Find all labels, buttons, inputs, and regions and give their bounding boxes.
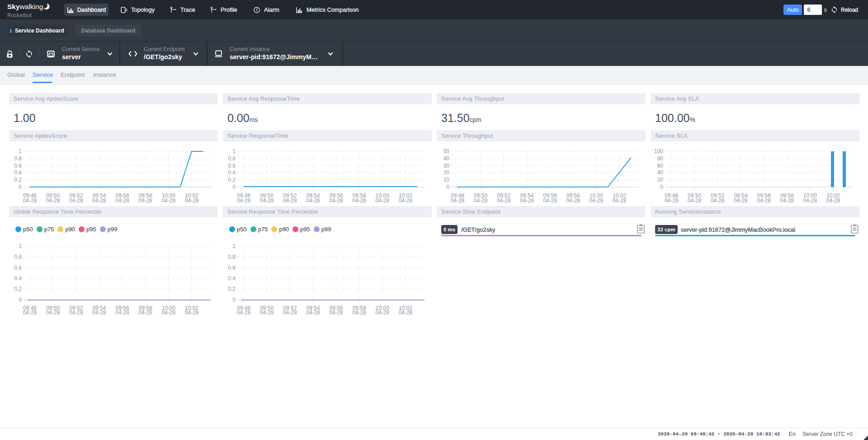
svg-text:04-28: 04-28 (161, 309, 175, 316)
svg-text:0.2: 0.2 (14, 177, 22, 183)
svg-text:04-28: 04-28 (69, 197, 83, 203)
svg-text:04-28: 04-28 (69, 309, 83, 316)
svg-text:04-28: 04-28 (161, 197, 175, 203)
svg-text:0.4: 0.4 (14, 169, 22, 176)
svg-text:04-28: 04-28 (23, 309, 37, 316)
svg-text:04-28: 04-28 (237, 309, 251, 316)
svg-text:04-28: 04-28 (283, 309, 297, 316)
svg-text:04-28: 04-28 (329, 309, 343, 316)
svg-text:60: 60 (657, 163, 664, 169)
svg-text:04-28: 04-28 (474, 197, 488, 203)
svg-text:0.8: 0.8 (14, 254, 22, 260)
svg-text:0.4: 0.4 (228, 169, 236, 176)
svg-text:0.2: 0.2 (228, 177, 236, 183)
svg-text:20: 20 (657, 177, 664, 183)
svg-text:0.6: 0.6 (228, 265, 236, 271)
svg-text:0.8: 0.8 (228, 254, 236, 260)
svg-text:04-28: 04-28 (23, 197, 37, 203)
svg-text:1: 1 (19, 148, 22, 154)
svg-text:0: 0 (19, 297, 22, 303)
svg-text:04-28: 04-28 (237, 197, 251, 203)
svg-text:04-28: 04-28 (138, 309, 152, 316)
svg-text:0.4: 0.4 (228, 275, 236, 281)
svg-text:04-28: 04-28 (306, 197, 320, 203)
svg-text:04-28: 04-28 (826, 197, 840, 203)
svg-text:40: 40 (443, 155, 450, 162)
svg-text:1: 1 (19, 243, 22, 249)
svg-text:04-28: 04-28 (352, 309, 366, 316)
svg-text:0.2: 0.2 (14, 286, 22, 292)
svg-text:0: 0 (232, 184, 236, 190)
svg-text:1: 1 (232, 148, 236, 154)
svg-text:04-28: 04-28 (115, 309, 129, 316)
svg-text:04-28: 04-28 (46, 197, 60, 203)
svg-text:04-28: 04-28 (734, 197, 748, 203)
svg-text:04-28: 04-28 (115, 197, 129, 203)
svg-text:04-28: 04-28 (589, 197, 603, 203)
svg-text:04-28: 04-28 (665, 197, 679, 203)
svg-text:20: 20 (443, 169, 450, 176)
svg-text:04-28: 04-28 (399, 309, 413, 316)
svg-text:04-28: 04-28 (375, 197, 389, 203)
svg-text:0.2: 0.2 (228, 286, 236, 292)
svg-text:0: 0 (19, 184, 22, 190)
svg-text:04-28: 04-28 (757, 197, 771, 203)
svg-text:04-28: 04-28 (185, 309, 199, 316)
svg-text:04-28: 04-28 (520, 197, 534, 203)
svg-text:04-28: 04-28 (46, 309, 60, 316)
svg-text:0.4: 0.4 (14, 275, 22, 281)
svg-text:04-28: 04-28 (185, 197, 199, 203)
svg-text:0: 0 (446, 184, 449, 190)
svg-text:04-28: 04-28 (399, 197, 413, 203)
svg-text:04-28: 04-28 (283, 197, 297, 203)
svg-text:04-28: 04-28 (260, 309, 274, 316)
svg-text:0.6: 0.6 (228, 163, 236, 169)
svg-text:40: 40 (657, 169, 664, 176)
svg-text:04-28: 04-28 (497, 197, 511, 203)
svg-text:100: 100 (654, 148, 663, 154)
svg-text:1: 1 (232, 243, 236, 249)
svg-text:0: 0 (232, 297, 236, 303)
svg-text:0.8: 0.8 (14, 155, 22, 162)
svg-text:0.6: 0.6 (14, 163, 22, 169)
svg-text:04-28: 04-28 (92, 197, 106, 203)
svg-text:04-28: 04-28 (375, 309, 389, 316)
svg-text:04-28: 04-28 (306, 309, 320, 316)
svg-text:04-28: 04-28 (352, 197, 366, 203)
svg-text:04-28: 04-28 (711, 197, 725, 203)
svg-text:50: 50 (443, 148, 450, 154)
svg-text:04-28: 04-28 (613, 197, 627, 203)
svg-text:04-28: 04-28 (260, 197, 274, 203)
svg-text:0.6: 0.6 (14, 265, 22, 271)
svg-text:04-28: 04-28 (92, 309, 106, 316)
svg-text:04-28: 04-28 (566, 197, 580, 203)
svg-text:0.8: 0.8 (228, 155, 236, 162)
svg-text:04-28: 04-28 (803, 197, 817, 203)
svg-text:0: 0 (660, 184, 663, 190)
svg-text:04-28: 04-28 (329, 197, 343, 203)
svg-text:80: 80 (657, 155, 664, 162)
svg-text:30: 30 (443, 163, 450, 169)
svg-text:04-28: 04-28 (780, 197, 794, 203)
svg-text:04-28: 04-28 (688, 197, 702, 203)
svg-text:10: 10 (443, 177, 450, 183)
svg-text:04-28: 04-28 (138, 197, 152, 203)
svg-text:04-28: 04-28 (451, 197, 465, 203)
svg-text:04-28: 04-28 (543, 197, 557, 203)
